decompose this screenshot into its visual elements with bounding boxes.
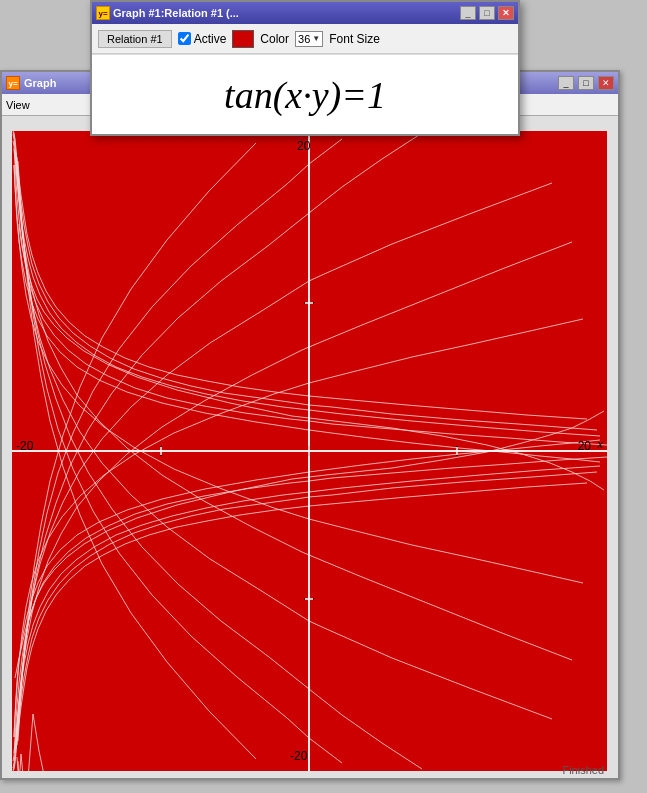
relation-window: y= Graph #1:Relation #1 (... _ □ ✕ Relat…	[90, 0, 520, 136]
fg-close-button[interactable]: ✕	[498, 6, 514, 20]
bg-graph-content: x -20 20 20 -20 Finished	[2, 116, 618, 778]
bg-maximize-button[interactable]: □	[578, 76, 594, 90]
y-min-label: -20	[290, 749, 307, 763]
fg-minimize-button[interactable]: _	[460, 6, 476, 20]
font-size-label: Font Size	[329, 32, 380, 46]
formula-display: tan(x·y)=1	[92, 54, 518, 134]
active-checkbox-label: Active	[178, 32, 227, 46]
bg-menu-view[interactable]: View	[6, 99, 30, 111]
status-bar: Finished	[558, 762, 608, 778]
x-min-label: -20	[16, 439, 33, 453]
select-arrow-icon: ▼	[312, 34, 320, 43]
color-label: Color	[260, 32, 289, 46]
fg-window-icon: y=	[96, 6, 110, 20]
active-label: Active	[194, 32, 227, 46]
font-size-value: 36	[298, 33, 310, 45]
fg-toolbar: Relation #1 Active Color 36 ▼ Font Size	[92, 24, 518, 54]
formula-text: tan(x·y)=1	[224, 73, 386, 117]
fg-titlebar: y= Graph #1:Relation #1 (... _ □ ✕	[92, 2, 518, 24]
font-size-select[interactable]: 36 ▼	[295, 31, 323, 47]
x-axis-label: x	[597, 436, 603, 452]
active-checkbox[interactable]	[178, 32, 191, 45]
background-window: y= Graph _ □ ✕ View	[0, 70, 620, 780]
graph-svg	[12, 131, 607, 771]
color-picker-button[interactable]	[232, 30, 254, 48]
graph-area: x -20 20 20 -20	[12, 131, 607, 771]
relation-tab[interactable]: Relation #1	[98, 30, 172, 48]
bg-close-button[interactable]: ✕	[598, 76, 614, 90]
fg-window-title: Graph #1:Relation #1 (...	[113, 7, 457, 19]
status-text: Finished	[562, 764, 604, 776]
y-max-label: 20	[297, 139, 310, 153]
x-max-label: 20	[578, 439, 591, 453]
bg-minimize-button[interactable]: _	[558, 76, 574, 90]
bg-window-icon: y=	[6, 76, 20, 90]
fg-maximize-button[interactable]: □	[479, 6, 495, 20]
